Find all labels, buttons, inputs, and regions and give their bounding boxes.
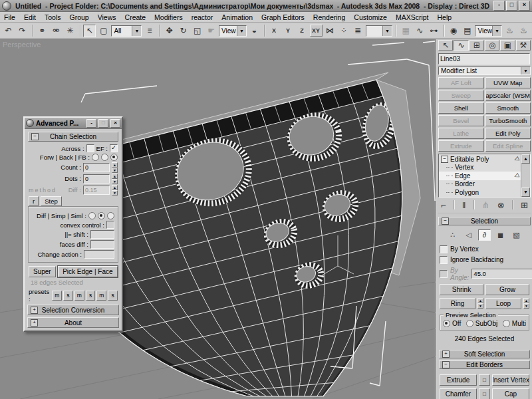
vertex-icon[interactable]: ∴ [446, 229, 459, 241]
quick-render-button[interactable]: ♨ [503, 25, 516, 37]
tab-hierarchy[interactable]: ⊞ [469, 40, 484, 51]
material-editor-button[interactable]: ◉ [447, 25, 460, 37]
extrude-button[interactable]: Extrude [440, 374, 477, 386]
simp-radio[interactable] [98, 212, 105, 219]
stack-row-edge[interactable]: Edge ◁ [439, 172, 521, 180]
diff-radio[interactable] [88, 212, 96, 219]
select-by-name-button[interactable]: ≡ [143, 25, 156, 37]
element-icon[interactable]: ▧ [510, 229, 523, 241]
ignore-backfacing-row[interactable]: Ignore Backfacing [440, 256, 529, 264]
select-and-rotate-button[interactable]: ↻ [177, 25, 190, 37]
pick-edge-face-button[interactable]: Pick Edge | Face [58, 266, 118, 277]
tab-modify[interactable]: ∿ [454, 40, 468, 51]
restrict-y-button[interactable]: Y [282, 25, 295, 37]
stack-row-editable-poly[interactable]: − Editable Poly ◁ [439, 155, 521, 164]
shift-field[interactable] [90, 230, 114, 239]
loop-spinner[interactable]: ▲▼ [523, 298, 529, 308]
select-and-move-button[interactable]: ✥ [163, 25, 176, 37]
menu-animation[interactable]: Animation [221, 13, 253, 21]
menu-group[interactable]: Group [70, 13, 89, 21]
menu-file[interactable]: File [4, 13, 15, 21]
activeshade-button[interactable]: ♨ [517, 25, 530, 37]
menu-edit[interactable]: Edit [24, 13, 36, 21]
chamfer-settings-button[interactable]: □ [479, 388, 490, 399]
polygon-icon[interactable]: ◼ [494, 229, 507, 241]
select-and-manipulate-button[interactable]: ☛ [205, 25, 217, 37]
redo-button[interactable]: ↷ [16, 25, 29, 37]
ef-checkbox[interactable]: ✓ [110, 144, 118, 152]
modifier-button-smooth[interactable]: Smooth [485, 102, 531, 114]
remove-modifier-icon[interactable]: ⊗ [497, 200, 505, 210]
dropdown-arrow-icon[interactable]: ▼ [492, 26, 501, 36]
preset-s-button[interactable]: s [86, 291, 96, 301]
preset-s-button[interactable]: s [108, 291, 118, 301]
loop-button[interactable]: Loop [485, 298, 521, 309]
r-tab-button[interactable]: r [29, 196, 39, 206]
extrude-settings-button[interactable]: □ [479, 374, 490, 386]
menu-help[interactable]: Help [438, 13, 452, 21]
dropdown-arrow-icon[interactable]: ▼ [521, 67, 530, 74]
back-radio[interactable] [101, 154, 108, 161]
radio-icon[interactable] [466, 320, 473, 327]
radio-icon[interactable] [443, 320, 450, 327]
cap-button[interactable]: Cap [492, 388, 529, 399]
tab-display[interactable]: ▣ [500, 40, 515, 51]
selection-region-button[interactable]: ▢ [97, 25, 110, 37]
dropdown-arrow-icon[interactable]: ▼ [237, 26, 246, 36]
restrict-z-button[interactable]: Z [296, 25, 309, 37]
siml-radio[interactable] [107, 212, 114, 219]
ring-button[interactable]: Ring [440, 298, 475, 309]
count-spinner[interactable]: ▲▼ [112, 162, 118, 172]
menu-customize[interactable]: Customize [354, 13, 387, 21]
preset-m-button[interactable]: m [96, 291, 106, 301]
modifier-button-shell[interactable]: Shell [438, 102, 484, 114]
reference-coordinate-dropdown[interactable]: View ▼ [219, 25, 247, 37]
preview-off-radio[interactable]: Off [443, 320, 461, 327]
faces-diff-field[interactable] [90, 240, 114, 249]
preset-s-button[interactable]: s [63, 291, 73, 301]
radio-icon[interactable] [503, 320, 510, 327]
tab-create[interactable]: ↖ [438, 40, 453, 51]
select-and-link-button[interactable]: ⚭ [36, 25, 49, 37]
border-icon[interactable]: ∂ [478, 229, 491, 241]
close-button[interactable]: × [519, 1, 530, 11]
select-object-button[interactable]: ↖ [83, 25, 96, 37]
pin-stack-icon[interactable]: ⌐ [441, 200, 446, 210]
restore-button[interactable]: □ [506, 1, 517, 11]
menu-maxscript[interactable]: MAXScript [396, 13, 429, 21]
bind-to-spacewarp-button[interactable]: ✳ [64, 25, 76, 37]
stack-scrollbar[interactable]: ▲ ▼ [521, 154, 530, 197]
preview-subobj-radio[interactable]: SubObj [466, 320, 497, 327]
step-tab-button[interactable]: Step [41, 196, 62, 206]
menu-reactor[interactable]: reactor [192, 13, 213, 21]
layer-manager-button[interactable]: ≣ [352, 25, 364, 37]
preview-multi-radio[interactable]: Multi [503, 320, 526, 327]
modifier-button-mapscaler[interactable]: apScaler (WSM [485, 90, 531, 101]
align-button[interactable]: ⁘ [338, 25, 350, 37]
preset-m-button[interactable]: m [74, 291, 84, 301]
tab-motion[interactable]: ◎ [485, 40, 499, 51]
angle-field[interactable] [471, 269, 532, 279]
change-action-field[interactable] [84, 250, 114, 259]
insert-vertex-button[interactable]: Insert Vertex [492, 374, 529, 386]
track-view-button[interactable]: ▦ [400, 25, 412, 37]
render-setup-button[interactable]: ▤ [461, 25, 473, 37]
rollout-selection-conversion[interactable]: + Selection Conversion [27, 305, 119, 315]
count-field[interactable] [83, 163, 110, 172]
stack-row-border[interactable]: Border [439, 180, 521, 189]
unlink-selection-button[interactable]: ⚮ [50, 25, 63, 37]
title-bar[interactable]: Untitled - Project Folder: C:\Documents … [0, 0, 532, 12]
dropdown-arrow-icon[interactable]: ▼ [382, 26, 392, 36]
modifier-button-uvw-map[interactable]: UVW Map [485, 77, 531, 88]
make-unique-icon[interactable]: ⋔ [482, 200, 489, 210]
scroll-up-icon[interactable]: ▲ [521, 154, 530, 164]
super-button[interactable]: Super [29, 266, 56, 277]
minimize-button[interactable]: - [493, 1, 505, 11]
curve-editor-button[interactable]: ∿ [414, 25, 426, 37]
mirror-button[interactable]: ⋈ [324, 25, 336, 37]
preset-m-button[interactable]: m [52, 291, 62, 301]
across-checkbox[interactable] [86, 144, 94, 152]
chamfer-button[interactable]: Chamfer [440, 388, 477, 399]
by-vertex-row[interactable]: By Vertex [440, 245, 529, 253]
select-and-scale-button[interactable]: ◱ [191, 25, 203, 37]
